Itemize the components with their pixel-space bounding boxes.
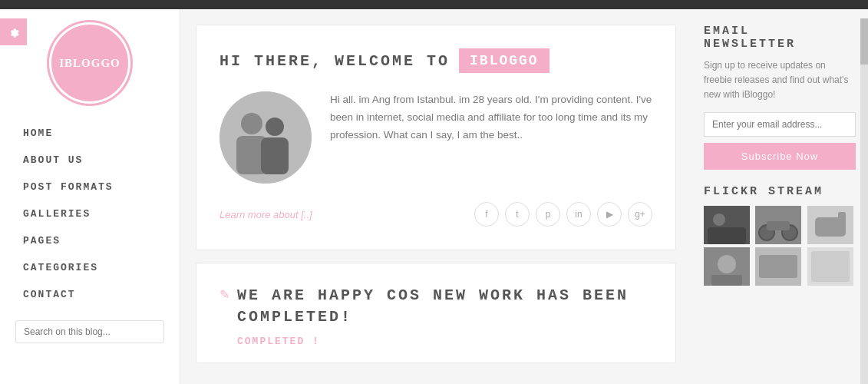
- twitter-icon[interactable]: t: [505, 202, 530, 227]
- email-input[interactable]: [704, 112, 856, 137]
- subscribe-button[interactable]: Subscribe Now: [704, 143, 856, 170]
- nav-item-about-us[interactable]: ABOUT US: [23, 147, 180, 174]
- flickr-thumb-1[interactable]: [704, 206, 750, 244]
- post1-title-row: HI THERE, WELCOME TO IBLOGGO: [219, 48, 652, 73]
- svg-rect-7: [708, 227, 746, 244]
- flickr-grid: [704, 206, 856, 286]
- svg-rect-4: [261, 137, 289, 174]
- pinterest-icon[interactable]: p: [536, 202, 560, 227]
- youtube-icon[interactable]: ▶: [597, 202, 622, 227]
- svg-rect-11: [767, 221, 790, 230]
- post1-title-prefix: HI THERE, WELCOME TO: [219, 52, 450, 70]
- flickr-thumb-4[interactable]: [704, 247, 750, 286]
- flickr-thumb-5[interactable]: [755, 247, 801, 286]
- post1-title-highlight: IBLOGGO: [459, 48, 550, 73]
- avatar-image: [219, 91, 312, 184]
- about-body: Hi all. im Ang from Istanbul. im 28 year…: [330, 91, 652, 184]
- svg-point-3: [266, 118, 284, 136]
- post1-footer: Learn more about [..] f t p in ▶ g+: [219, 202, 652, 227]
- nav-item-galleries[interactable]: GALLERIES: [23, 200, 180, 227]
- scrollbar[interactable]: [860, 18, 868, 384]
- post2-title-row: ✎ WE ARE HAPPY COS NEW WORK HAS BEEN COM…: [219, 285, 652, 347]
- search-input[interactable]: [15, 320, 164, 343]
- avatar: [219, 91, 312, 184]
- about-content: Hi all. im Ang from Istanbul. im 28 year…: [219, 91, 652, 184]
- svg-rect-19: [759, 255, 797, 278]
- main-nav: HOME ABOUT US POST FORMATS GALLERIES PAG…: [0, 120, 180, 308]
- nav-item-home[interactable]: HOME: [23, 120, 180, 147]
- top-bar: [0, 0, 868, 9]
- flickr-widget: FLICKR STREAM: [704, 185, 856, 286]
- google-plus-icon[interactable]: g+: [628, 202, 652, 227]
- flickr-thumb-2[interactable]: [755, 206, 801, 244]
- gear-button[interactable]: [0, 18, 27, 45]
- scrollbar-thumb[interactable]: [860, 18, 868, 65]
- post-card-about: HI THERE, WELCOME TO IBLOGGO Hi all. im …: [196, 25, 676, 250]
- svg-point-16: [718, 255, 736, 273]
- linkedin-icon[interactable]: in: [566, 202, 591, 227]
- flickr-title: FLICKR STREAM: [704, 185, 856, 198]
- edit-icon: ✎: [219, 287, 229, 302]
- flickr-thumb-3[interactable]: [807, 206, 853, 244]
- nav-item-categories[interactable]: CATEGORIES: [23, 254, 180, 281]
- post2-title: WE ARE HAPPY COS NEW WORK HAS BEEN COMPL…: [237, 285, 652, 328]
- logo-text: IBLOGGO: [59, 57, 120, 70]
- nav-item-contact[interactable]: CONTACT: [23, 281, 180, 308]
- nav-item-pages[interactable]: PAGES: [23, 227, 180, 254]
- post-card-completed: ✎ WE ARE HAPPY COS NEW WORK HAS BEEN COM…: [196, 263, 676, 363]
- facebook-icon[interactable]: f: [474, 202, 499, 227]
- svg-rect-17: [711, 275, 742, 286]
- post2-title-block: WE ARE HAPPY COS NEW WORK HAS BEEN COMPL…: [237, 285, 652, 347]
- svg-point-1: [241, 113, 262, 134]
- newsletter-title: EMAILNEWSLETTER: [704, 25, 856, 51]
- right-sidebar: EMAILNEWSLETTER Sign up to receive updat…: [691, 9, 868, 384]
- gear-icon: [7, 25, 21, 39]
- main-content: HI THERE, WELCOME TO IBLOGGO Hi all. im …: [180, 9, 691, 384]
- logo[interactable]: IBLOGGO: [51, 25, 128, 101]
- newsletter-desc: Sign up to receive updates on freebie re…: [704, 58, 856, 103]
- newsletter-widget: EMAILNEWSLETTER Sign up to receive updat…: [704, 25, 856, 170]
- svg-point-6: [713, 214, 725, 226]
- left-sidebar: IBLOGGO HOME ABOUT US POST FORMATS GALLE…: [0, 9, 180, 384]
- social-icons: f t p in ▶ g+: [474, 202, 652, 227]
- learn-more-link[interactable]: Learn more about [..]: [219, 209, 312, 220]
- svg-rect-21: [811, 251, 850, 282]
- flickr-thumb-6[interactable]: [807, 247, 853, 286]
- svg-rect-14: [838, 212, 846, 223]
- completed-badge: COMPLETED !: [237, 336, 652, 347]
- nav-item-post-formats[interactable]: POST FORMATS: [23, 174, 180, 200]
